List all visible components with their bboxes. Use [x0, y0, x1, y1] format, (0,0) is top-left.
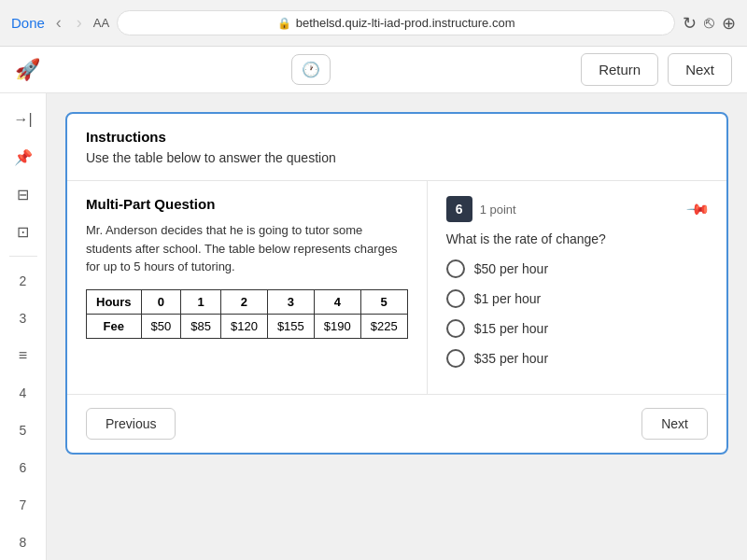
clock-button[interactable]: 🕐	[291, 54, 331, 85]
sidebar-number-5[interactable]: 5	[7, 413, 40, 447]
table-cell-190: $190	[314, 314, 360, 338]
radio-1[interactable]	[446, 259, 465, 278]
multi-part-text: Mr. Anderson decides that he is going to…	[86, 221, 408, 276]
toolbar-center: 🕐	[49, 54, 571, 85]
table-header-5: 5	[360, 289, 407, 314]
previous-button[interactable]: Previous	[86, 408, 176, 440]
sidebar-number-3[interactable]: 3	[7, 301, 40, 335]
sidebar-icon-pin[interactable]: 📌	[7, 140, 40, 174]
instructions-title: Instructions	[86, 129, 708, 145]
main-layout: →| 📌 ⊟ ⊡ 2 3 ≡ 4 5 6 7 8 Instructions Us…	[0, 93, 747, 560]
question-points: 1 point	[480, 203, 689, 217]
sidebar-number-2[interactable]: 2	[7, 264, 40, 298]
next-button-bottom[interactable]: Next	[641, 408, 708, 440]
sidebar-number-4[interactable]: 4	[7, 376, 40, 410]
content-area: Instructions Use the table below to answ…	[47, 93, 747, 560]
multi-part-title: Multi-Part Question	[86, 196, 408, 212]
nav-buttons: Previous Next	[67, 394, 726, 453]
question-text: What is the rate of change?	[446, 231, 708, 246]
table-header-1: 1	[181, 289, 221, 314]
rocket-icon: 🚀	[15, 58, 40, 82]
table-cell-85: $85	[181, 314, 221, 338]
refresh-button[interactable]: ↻	[683, 13, 697, 34]
table-cell-50: $50	[141, 314, 181, 338]
answer-option-3[interactable]: $15 per hour	[446, 319, 708, 338]
radio-2[interactable]	[446, 289, 465, 308]
instructions-section: Instructions Use the table below to answ…	[67, 114, 726, 181]
table-header-label: Hours	[87, 289, 142, 314]
option-text-2: $1 per hour	[474, 291, 542, 306]
clock-icon: 🕐	[302, 62, 320, 77]
quiz-card: Instructions Use the table below to answ…	[65, 112, 728, 455]
radio-3[interactable]	[446, 319, 465, 338]
back-arrow[interactable]: ‹	[52, 11, 65, 35]
question-area: Multi-Part Question Mr. Anderson decides…	[67, 181, 726, 394]
toolbar-right: Return Next	[581, 53, 732, 86]
done-button[interactable]: Done	[11, 15, 45, 31]
answer-option-2[interactable]: $1 per hour	[446, 289, 708, 308]
answer-option-1[interactable]: $50 per hour	[446, 259, 708, 278]
table-header-3: 3	[267, 289, 314, 314]
question-number-badge: 6	[446, 196, 472, 222]
browser-bar: Done ‹ › AA 🔒 bethelsd.quiz-lti-iad-prod…	[0, 0, 747, 47]
question-section: 6 1 point 📌 What is the rate of change? …	[428, 181, 726, 394]
font-size-button[interactable]: AA	[93, 16, 109, 30]
sidebar-icon-menu[interactable]: ≡	[7, 339, 40, 372]
sidebar-number-7[interactable]: 7	[7, 488, 40, 522]
sidebar-divider	[9, 256, 37, 257]
table-cell-120: $120	[220, 314, 267, 338]
data-table: Hours 0 1 2 3 4 5 Fee	[86, 289, 408, 339]
url-text: bethelsd.quiz-lti-iad-prod.instructure.c…	[296, 16, 515, 30]
sidebar: →| 📌 ⊟ ⊡ 2 3 ≡ 4 5 6 7 8	[0, 93, 47, 560]
more-button[interactable]: ⊕	[722, 13, 736, 34]
toolbar: 🚀 🕐 Return Next	[0, 47, 747, 93]
sidebar-icon-arrow[interactable]: →|	[7, 103, 40, 136]
url-bar: 🔒 bethelsd.quiz-lti-iad-prod.instructure…	[117, 10, 675, 35]
sidebar-number-8[interactable]: 8	[7, 525, 40, 559]
sidebar-icon-grid[interactable]: ⊡	[7, 215, 40, 248]
table-header-4: 4	[314, 289, 360, 314]
table-row-fee-label: Fee	[87, 314, 142, 338]
option-text-4: $35 per hour	[474, 351, 548, 366]
radio-4[interactable]	[446, 349, 465, 368]
multi-part-section: Multi-Part Question Mr. Anderson decides…	[67, 181, 428, 394]
table-header-0: 0	[141, 289, 181, 314]
next-button-top[interactable]: Next	[668, 53, 732, 86]
sidebar-icon-card[interactable]: ⊟	[7, 177, 40, 211]
return-button[interactable]: Return	[581, 53, 658, 86]
sidebar-number-6[interactable]: 6	[7, 451, 40, 484]
table-cell-155: $155	[267, 314, 314, 338]
forward-arrow[interactable]: ›	[73, 11, 86, 35]
instructions-text: Use the table below to answer the questi…	[86, 150, 708, 165]
option-text-3: $15 per hour	[474, 321, 548, 336]
pin-icon[interactable]: 📌	[685, 196, 712, 222]
answer-option-4[interactable]: $35 per hour	[446, 349, 708, 368]
table-cell-225: $225	[360, 314, 407, 338]
table-header-2: 2	[220, 289, 267, 314]
lock-icon: 🔒	[277, 17, 291, 30]
question-header: 6 1 point 📌	[446, 196, 708, 222]
share-button[interactable]: ⎋	[704, 13, 714, 33]
option-text-1: $50 per hour	[474, 261, 548, 276]
